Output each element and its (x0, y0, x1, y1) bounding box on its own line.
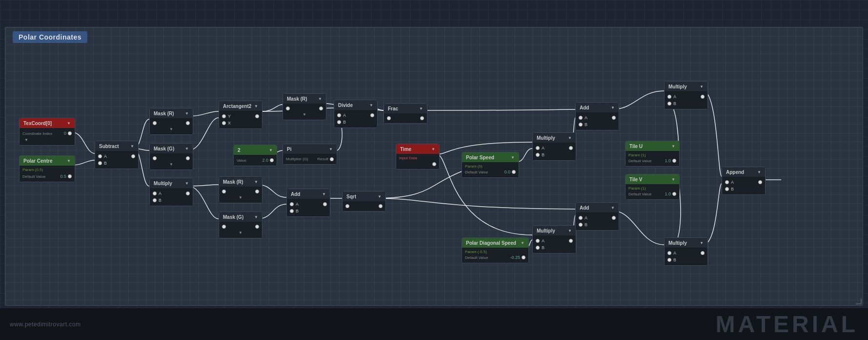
multiply-3-pin-a[interactable] (536, 239, 540, 243)
multiply-bottom-pin-out[interactable] (701, 251, 705, 255)
arctan2-pin-out[interactable] (255, 114, 259, 118)
multiply-1-pin-b[interactable] (153, 198, 157, 202)
chevron-icon[interactable]: ▼ (67, 121, 71, 126)
chevron-icon[interactable]: ▼ (700, 241, 704, 245)
polar-diagonal-speed-pin-out[interactable] (522, 255, 525, 259)
node-polar-speed[interactable]: Polar Speed ▼ Param (0) Default Value 0.… (462, 152, 519, 178)
chevron-icon[interactable]: ▼ (521, 241, 525, 245)
add-3-pin-a[interactable] (579, 216, 583, 220)
arctan2-pin-x[interactable] (222, 121, 226, 125)
chevron-icon[interactable]: ▼ (611, 106, 615, 110)
chevron-icon[interactable]: ▼ (318, 97, 322, 101)
chevron-icon[interactable]: ▼ (568, 136, 572, 140)
multiply-3-pin-b[interactable] (536, 246, 540, 250)
divide-pin-out[interactable] (370, 113, 374, 117)
chevron-icon[interactable]: ▼ (185, 147, 189, 151)
sqrt-pin-in[interactable] (345, 204, 349, 208)
node-add-2[interactable]: Add ▼ A B (575, 102, 619, 130)
add-1-pin-b[interactable] (290, 209, 294, 213)
chevron-icon[interactable]: ▼ (254, 104, 258, 108)
chevron-icon[interactable]: ▼ (269, 148, 273, 152)
node-mask-g-1[interactable]: Mask (G) ▼ ▼ (149, 143, 193, 170)
chevron-icon[interactable]: ▼ (185, 181, 189, 186)
tile-u-pin-out[interactable] (672, 159, 676, 163)
mask-g-2-pin-out[interactable] (255, 225, 259, 229)
resize-handle[interactable] (856, 298, 862, 304)
mask-r-top-pin-in[interactable] (286, 106, 290, 110)
mask-r-1-pin-out[interactable] (186, 121, 190, 125)
node-const-2[interactable]: 2 ▼ Value 2.0 (233, 145, 277, 166)
node-multiply-3[interactable]: Multiply ▼ A B (532, 225, 576, 254)
chevron-icon[interactable]: ▼ (322, 192, 326, 196)
node-time[interactable]: Time ▼ Input Data (396, 144, 440, 170)
const-2-pin-out[interactable] (270, 158, 274, 162)
polar-speed-pin-out[interactable] (512, 170, 516, 174)
node-mask-r-top[interactable]: Mask (R) ▼ ▼ (283, 93, 326, 120)
multiply-bottom-pin-a[interactable] (667, 251, 671, 255)
chevron-icon[interactable]: ▼ (419, 106, 423, 111)
node-tile-v[interactable]: Tile V ▼ Param (1) Default Value 1.0 (625, 174, 680, 200)
pi-pin-out[interactable] (330, 157, 334, 161)
node-multiply-top[interactable]: Multiply ▼ A B (664, 81, 708, 109)
multiply-2-pin-b[interactable] (536, 153, 540, 157)
subtract-pin-b-in[interactable] (98, 161, 102, 165)
append-pin-out[interactable] (758, 180, 762, 184)
mask-g-1-pin-in[interactable] (153, 156, 157, 160)
node-polar-diagonal-speed[interactable]: Polar Diagonal Speed ▼ Param (-0.5) Defa… (462, 237, 529, 263)
node-add-1[interactable]: Add ▼ A B (286, 189, 330, 217)
node-arctan2[interactable]: Arctangent2 ▼ Y X (219, 101, 262, 129)
node-canvas[interactable]: Polar Coordinates (5, 27, 863, 306)
divide-pin-b[interactable] (337, 120, 341, 124)
node-frac[interactable]: Frac ▼ (384, 103, 427, 124)
subtract-pin-a-in[interactable] (98, 154, 102, 158)
chevron-icon[interactable]: ▼ (511, 155, 515, 160)
multiply-1-pin-a[interactable] (153, 191, 157, 195)
chevron-icon[interactable]: ▼ (130, 144, 134, 149)
add-3-pin-out[interactable] (612, 216, 616, 220)
multiply-2-pin-out[interactable] (569, 146, 573, 150)
node-multiply-2[interactable]: Multiply ▼ A B (532, 132, 576, 161)
node-subtract[interactable]: Subtract ▼ A B (95, 141, 139, 169)
node-multiply-1[interactable]: Multiply ▼ A B (149, 178, 193, 206)
node-tile-u[interactable]: Tile U ▼ Param (1) Default Value 1.0 (625, 141, 680, 167)
divide-pin-a[interactable] (337, 113, 341, 117)
node-texcoord[interactable]: TexCoord[0] ▼ Coordinate Index 0 ▼ (19, 118, 75, 146)
chevron-icon[interactable]: ▼ (329, 147, 333, 151)
node-add-3[interactable]: Add ▼ A B (575, 202, 619, 231)
node-mask-r-2[interactable]: Mask (R) ▼ ▼ (219, 176, 262, 203)
texcoord-output-pin[interactable] (68, 131, 72, 135)
node-pi[interactable]: Pi ▼ Multiplier (G) Result (283, 144, 337, 165)
multiply-3-pin-out[interactable] (569, 239, 573, 243)
sqrt-pin-out[interactable] (379, 204, 383, 208)
chevron-icon[interactable]: ▼ (757, 170, 761, 174)
chevron-icon[interactable]: ▼ (254, 180, 258, 184)
node-mask-r-1[interactable]: Mask (R) ▼ ▼ (149, 108, 193, 135)
node-append[interactable]: Append ▼ A B (722, 167, 766, 195)
subtract-pin-out[interactable] (131, 154, 135, 158)
frac-pin-in[interactable] (387, 116, 391, 120)
multiply-top-pin-a[interactable] (667, 95, 671, 99)
node-divide[interactable]: Divide ▼ A B (334, 100, 378, 128)
expand-icon[interactable]: ▼ (24, 138, 28, 142)
multiply-1-pin-out[interactable] (186, 191, 190, 195)
chevron-icon[interactable]: ▼ (431, 147, 435, 151)
mask-r-2-pin-out[interactable] (255, 190, 259, 193)
add-2-pin-b[interactable] (579, 123, 583, 127)
frac-pin-out[interactable] (420, 116, 424, 120)
append-pin-b[interactable] (725, 187, 729, 191)
chevron-icon[interactable]: ▼ (254, 215, 258, 219)
node-sqrt[interactable]: Sqrt ▼ (342, 191, 386, 212)
mask-g-1-pin-out[interactable] (186, 156, 190, 160)
tile-v-pin-out[interactable] (672, 192, 676, 196)
mask-g-2-pin-in[interactable] (222, 225, 226, 229)
chevron-icon[interactable]: ▼ (378, 194, 382, 199)
multiply-top-pin-out[interactable] (701, 95, 705, 99)
multiply-top-pin-b[interactable] (667, 102, 671, 106)
node-mask-g-2[interactable]: Mask (G) ▼ ▼ (219, 212, 262, 238)
node-polar-centre[interactable]: Polar Centre ▼ Param (0.5) Default Value… (19, 155, 75, 182)
chevron-icon[interactable]: ▼ (671, 177, 675, 182)
add-1-pin-out[interactable] (323, 202, 327, 206)
arctan2-pin-y[interactable] (222, 114, 226, 118)
append-pin-a[interactable] (725, 180, 729, 184)
add-2-pin-out[interactable] (612, 116, 616, 120)
